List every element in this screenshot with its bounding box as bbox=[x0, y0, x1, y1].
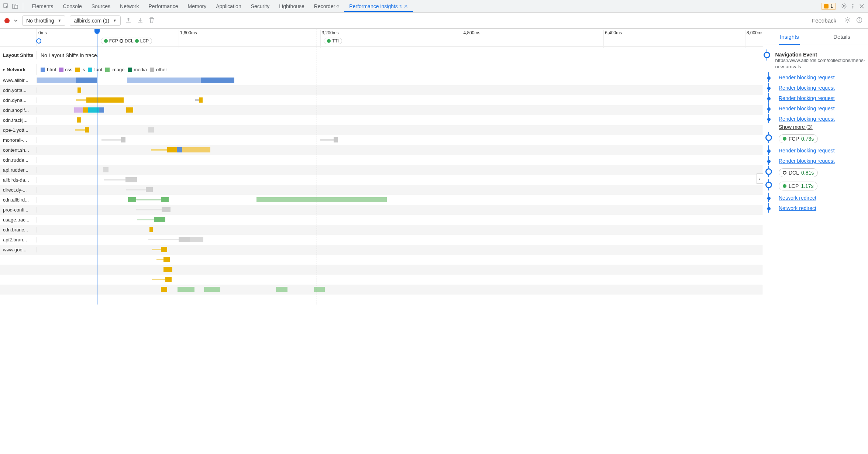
side-tab-insights[interactable]: Insights bbox=[763, 29, 816, 45]
insight-link[interactable]: Network redirect bbox=[779, 195, 816, 201]
settings-gear-icon[interactable] bbox=[840, 2, 848, 10]
tab-performance[interactable]: Performance bbox=[144, 1, 183, 11]
insight-link[interactable]: Render blocking request bbox=[779, 116, 835, 122]
feedback-link[interactable]: Feedback bbox=[812, 17, 836, 24]
request-bar[interactable] bbox=[125, 177, 137, 182]
network-row[interactable]: cdn.rudde... bbox=[0, 155, 763, 165]
network-row[interactable]: api.rudder... bbox=[0, 165, 763, 175]
import-icon[interactable] bbox=[137, 17, 144, 24]
request-bar[interactable] bbox=[148, 127, 154, 133]
request-bar[interactable] bbox=[99, 107, 104, 113]
warning-badge[interactable]: 1 bbox=[822, 3, 836, 10]
insight-link[interactable]: Render blocking request bbox=[779, 95, 835, 101]
request-bar[interactable] bbox=[121, 137, 125, 142]
request-bar[interactable] bbox=[85, 127, 89, 133]
metric-pill[interactable]: DCL0.81s bbox=[779, 168, 818, 177]
request-bar[interactable] bbox=[86, 97, 124, 103]
network-row[interactable]: monorail-... bbox=[0, 135, 763, 145]
request-bar[interactable] bbox=[195, 99, 199, 101]
insight-link[interactable]: Render blocking request bbox=[779, 75, 835, 80]
request-bar[interactable] bbox=[151, 149, 167, 151]
request-bar[interactable] bbox=[128, 197, 136, 202]
insight-link[interactable]: Render blocking request bbox=[779, 85, 835, 91]
request-bar[interactable] bbox=[127, 78, 201, 83]
request-bar[interactable] bbox=[199, 97, 203, 103]
tab-network[interactable]: Network bbox=[115, 1, 144, 11]
playhead-handle[interactable] bbox=[94, 29, 100, 34]
request-bar[interactable] bbox=[146, 187, 153, 192]
insight-link[interactable]: Render blocking request bbox=[779, 106, 835, 111]
request-bar[interactable] bbox=[83, 107, 88, 113]
record-chevron-icon[interactable] bbox=[14, 19, 18, 23]
request-bar[interactable] bbox=[149, 227, 153, 232]
request-bar[interactable] bbox=[76, 99, 87, 101]
request-bar[interactable] bbox=[276, 287, 287, 292]
request-bar[interactable] bbox=[74, 107, 83, 113]
network-row[interactable]: cdn.branc... bbox=[0, 225, 763, 235]
request-bar[interactable] bbox=[161, 287, 167, 292]
network-row[interactable]: allbirds-da... bbox=[0, 175, 763, 185]
network-row[interactable]: cdn.yotta... bbox=[0, 85, 763, 95]
network-row[interactable]: cdn.dyna... bbox=[0, 95, 763, 105]
network-row[interactable]: usage.trac... bbox=[0, 215, 763, 225]
request-bar[interactable] bbox=[104, 179, 125, 180]
request-bar[interactable] bbox=[163, 257, 170, 262]
request-bar[interactable] bbox=[154, 217, 165, 222]
request-bar[interactable] bbox=[177, 147, 182, 152]
request-bar[interactable] bbox=[126, 107, 133, 113]
network-row[interactable]: content.sh... bbox=[0, 145, 763, 155]
request-bar[interactable] bbox=[152, 279, 165, 280]
request-bar[interactable] bbox=[167, 147, 177, 152]
settings-gear-icon[interactable] bbox=[844, 17, 852, 24]
metric-pill[interactable]: LCP1.17s bbox=[779, 182, 817, 190]
request-bar[interactable] bbox=[204, 287, 220, 292]
network-row[interactable] bbox=[0, 285, 763, 295]
timeline-ruler[interactable]: 0ms1,600ms3,200ms4,800ms6,400ms8,000msFC… bbox=[37, 29, 763, 46]
request-bar[interactable] bbox=[182, 147, 210, 152]
tab-application[interactable]: Application bbox=[211, 1, 246, 11]
device-toolbar-icon[interactable] bbox=[11, 2, 19, 10]
insight-link[interactable]: Network redirect bbox=[779, 205, 816, 211]
request-bar[interactable] bbox=[37, 78, 76, 83]
request-bar[interactable] bbox=[137, 219, 154, 220]
record-button[interactable] bbox=[4, 18, 10, 23]
tab-security[interactable]: Security bbox=[246, 1, 275, 11]
network-row[interactable]: www.allbir... bbox=[0, 75, 763, 85]
request-bar[interactable] bbox=[201, 78, 234, 83]
request-bar[interactable] bbox=[152, 249, 161, 250]
network-row[interactable] bbox=[0, 265, 763, 275]
request-bar[interactable] bbox=[344, 197, 386, 202]
insight-link[interactable]: Render blocking request bbox=[779, 158, 835, 164]
network-waterfall[interactable]: www.allbir...cdn.yotta...cdn.dyna...cdn.… bbox=[0, 75, 763, 454]
request-bar[interactable] bbox=[256, 197, 344, 202]
request-bar[interactable] bbox=[136, 199, 161, 200]
request-bar[interactable] bbox=[126, 189, 146, 190]
tab-performance-insights[interactable]: Performance insights⚗✕ bbox=[344, 1, 413, 11]
tab-recorder[interactable]: Recorder⚗ bbox=[309, 1, 345, 11]
request-bar[interactable] bbox=[320, 139, 334, 141]
export-icon[interactable] bbox=[125, 17, 132, 24]
request-bar[interactable] bbox=[163, 267, 172, 272]
request-bar[interactable] bbox=[77, 117, 81, 123]
request-bar[interactable] bbox=[78, 87, 81, 93]
side-tab-details[interactable]: Details bbox=[816, 29, 868, 45]
metric-pill[interactable]: FCP0.73s bbox=[779, 134, 818, 143]
timing-pill[interactable]: FCPDCLLCP bbox=[101, 38, 152, 44]
request-bar[interactable] bbox=[103, 167, 108, 172]
help-icon[interactable]: ? bbox=[856, 17, 864, 24]
tab-lighthouse[interactable]: Lighthouse bbox=[274, 1, 309, 11]
request-bar[interactable] bbox=[314, 287, 325, 292]
request-bar[interactable] bbox=[75, 129, 85, 131]
recording-dropdown[interactable]: allbirds.com (1)▼ bbox=[70, 16, 121, 26]
request-bar[interactable] bbox=[101, 139, 121, 141]
throttling-dropdown[interactable]: No throttling▼ bbox=[22, 16, 65, 26]
request-bar[interactable] bbox=[334, 137, 338, 142]
network-row[interactable]: api2.bran... bbox=[0, 235, 763, 245]
collapse-panel-button[interactable]: › bbox=[757, 173, 763, 184]
network-row[interactable]: cdn.trackj... bbox=[0, 115, 763, 125]
request-bar[interactable] bbox=[165, 277, 172, 282]
network-row[interactable]: cdn.shopif... bbox=[0, 105, 763, 115]
request-bar[interactable] bbox=[161, 197, 169, 202]
network-heading[interactable]: Network bbox=[0, 64, 37, 75]
inspect-icon[interactable] bbox=[2, 2, 10, 10]
